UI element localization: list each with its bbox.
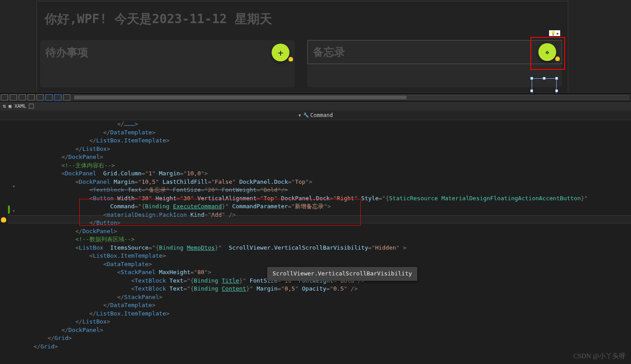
code-content[interactable]: <∕………> </DataTemplate> </ListBox.ItemTem… [20, 120, 631, 351]
zoom-icon[interactable] [54, 94, 61, 101]
designer-canvas[interactable]: 你好,WPF! 今天是2023-11-12 星期天 待办事项 + 备忘录 + 💡 [0, 0, 631, 93]
crumb-text[interactable]: Command [310, 112, 333, 118]
fab-add-todo[interactable]: + [272, 44, 289, 61]
fab-add-memo[interactable]: + [538, 43, 556, 61]
layout-icon[interactable] [45, 94, 53, 101]
xaml-tab[interactable]: ▣ XAML [8, 103, 26, 109]
change-marker [8, 206, 10, 214]
greeting-text: 你好,WPF! 今天是2023-11-12 星期天 [45, 11, 272, 28]
card-memo[interactable]: 备忘录 + 💡 [307, 40, 562, 87]
fx-icon[interactable] [10, 94, 17, 101]
horizontal-scrollbar[interactable] [74, 95, 628, 100]
card-memo-label: 备忘录 [313, 45, 345, 59]
card-todo[interactable]: 待办事项 + [40, 40, 295, 87]
intellisense-tooltip: ScrollViewer.VerticalScrollBarVisibility [267, 267, 417, 281]
watermark: CSDN @小丫头呀 [573, 352, 626, 360]
fold-icon[interactable]: ▾ [12, 207, 18, 215]
bulb-icon [289, 57, 293, 61]
swap-panes-icon[interactable]: ⇅ [3, 103, 6, 109]
gutter [0, 120, 7, 351]
xaml-panel-header: ⇅ ▣ XAML [0, 101, 631, 110]
arrow-icon[interactable] [63, 94, 70, 101]
lightbulb-hint[interactable]: 💡 [549, 30, 560, 36]
current-line-highlight [8, 215, 631, 223]
wrench-icon: 🔧 [303, 113, 309, 117]
tool-icon[interactable] [1, 94, 8, 101]
crumb-dropdown[interactable]: ▾ [298, 112, 301, 118]
popout-icon[interactable] [29, 104, 34, 109]
guides-icon[interactable] [37, 94, 44, 101]
snap-icon[interactable] [28, 94, 35, 101]
code-editor[interactable]: ▾ ▾ <∕………> </DataTemplate> </ListBox.Ite… [0, 120, 631, 351]
bulb-icon [555, 57, 560, 61]
card-todo-label: 待办事项 [45, 45, 88, 60]
designer-toolbar [0, 93, 631, 101]
lightbulb-gutter-icon[interactable] [1, 217, 6, 222]
fold-icon[interactable]: ▾ [12, 182, 18, 191]
breadcrumb-bar: ▾ 🔧 Command [0, 110, 631, 120]
grid-icon[interactable] [19, 94, 26, 101]
